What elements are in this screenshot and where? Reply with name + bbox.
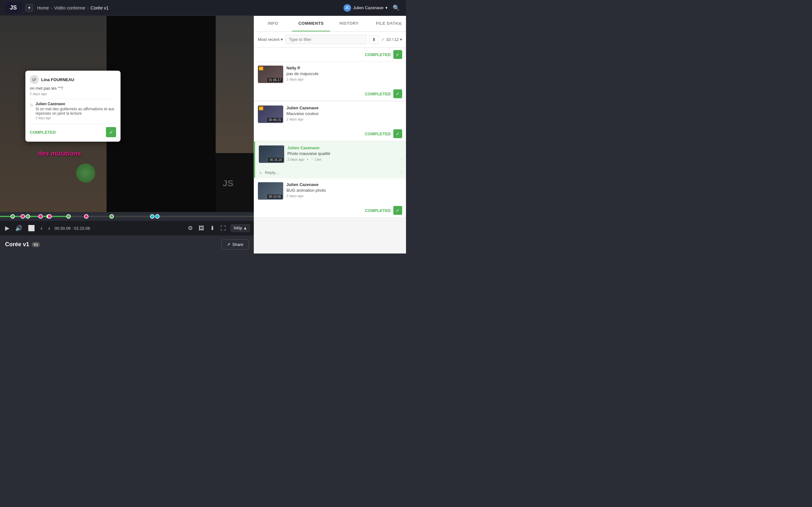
complete-check-bug[interactable]: ✓ <box>393 206 402 215</box>
complete-check-nelly[interactable]: ✓ <box>393 89 402 98</box>
tab-info[interactable]: INFO <box>254 16 292 32</box>
comment-meta-bug: 2 days ago <box>287 194 402 198</box>
share-button[interactable]: ↗ Share <box>221 239 249 250</box>
comment-dot-3[interactable] <box>26 214 30 219</box>
comment-count[interactable]: ✓ 10 / 12 ▾ <box>381 37 402 42</box>
sort-button[interactable]: Most recent ▾ <box>258 37 283 42</box>
completed-label-1: COMPLETED <box>365 52 391 57</box>
breadcrumb-section[interactable]: Vidéo coréenne <box>54 5 85 10</box>
main-content: les vius des mutations JS LF Lina FOURNE… <box>0 16 406 253</box>
prev-comment-button[interactable]: ‹ <box>39 224 44 233</box>
comment-dot-1[interactable] <box>10 214 15 219</box>
comment-dot-9[interactable] <box>109 214 114 219</box>
video-center-black <box>107 16 216 212</box>
comment-thumbnail-nelly[interactable]: 01:06.17 ⚠ <box>258 66 283 83</box>
sidebar-close-button[interactable]: ✕ <box>397 20 402 27</box>
reply-send-button[interactable]: › <box>401 170 402 175</box>
download-button[interactable]: ⬇ <box>209 223 216 233</box>
video-controls: ▶ 🔊 ⬜ ‹ › 00:30.09 / 01:15.06 ⚙ 🖼 ⬇ ⛶ 54… <box>0 212 254 235</box>
export-button[interactable]: ⬆ <box>369 35 379 44</box>
comment-dot-4[interactable] <box>38 214 43 219</box>
user-dropdown-arrow: ▾ <box>386 5 388 10</box>
controls-bar: ▶ 🔊 ⬜ ‹ › 00:30.09 / 01:15.06 ⚙ 🖼 ⬇ ⛶ 54… <box>0 221 254 235</box>
complete-check-1[interactable]: ✓ <box>393 50 402 59</box>
comment-thumbnail-bug[interactable]: 00:10.00 <box>258 182 283 200</box>
thumb-warning-nelly: ⚠ <box>259 66 263 70</box>
quality-selector[interactable]: 540p ▲ <box>231 224 250 232</box>
thumb-time-bug: 00:10.00 <box>267 194 282 199</box>
sidebar-toolbar: Most recent ▾ ⬆ ✓ 10 / 12 ▾ <box>254 32 406 48</box>
filter-input[interactable] <box>286 35 367 44</box>
comment-thumbnail-couleur[interactable]: 00:49.15 ⚠ <box>258 106 283 123</box>
progress-bar[interactable] <box>0 212 254 221</box>
comment-dot-8[interactable] <box>84 214 89 219</box>
sort-label: Most recent <box>258 37 280 42</box>
tab-comments[interactable]: COMMENTS <box>292 16 330 32</box>
reply-author: Julien Cazenave <box>36 102 116 106</box>
tooltip-completed-label[interactable]: COMPLETED <box>30 130 56 135</box>
breadcrumb-current: Corée v1 <box>91 5 109 10</box>
play-button[interactable]: ▶ <box>4 223 11 233</box>
reply-arrow-icon: ↳ <box>30 102 34 107</box>
nav-dropdown-button[interactable]: ▾ <box>26 4 33 12</box>
tooltip-username: Lina FOURNEAU <box>41 77 74 82</box>
comment-body-photo: Julien Cazenave Photo mauvaise qualité 2… <box>287 146 402 163</box>
top-navigation: JS ▾ Home › Vidéo coréenne › Corée v1 JC… <box>0 0 406 16</box>
tooltip-time: 2 days ago <box>30 92 116 96</box>
sidebar: INFO COMMENTS HISTORY FILE DATA ✕ Most r… <box>254 16 406 253</box>
share-label: Share <box>232 242 243 247</box>
comment-dot-7[interactable] <box>66 214 71 219</box>
user-name: Julien Cazenave <box>353 5 384 10</box>
comment-time-couleur: 2 days ago <box>287 117 304 121</box>
comment-time-photo: 2 days ago <box>287 158 305 161</box>
comment-body-nelly: Nelly P pas de majuscule 2 days ago <box>287 66 402 83</box>
settings-button[interactable]: ⚙ <box>187 223 194 233</box>
completed-label-nelly: COMPLETED <box>365 92 391 96</box>
sidebar-tabs: INFO COMMENTS HISTORY FILE DATA ✕ <box>254 16 406 32</box>
heart-icon: ♡ <box>311 157 314 161</box>
next-comment-button[interactable]: › <box>47 224 51 233</box>
tooltip-check-button[interactable]: ✓ <box>106 127 116 137</box>
like-button-photo[interactable]: ♡ Like <box>311 157 321 161</box>
count-value: 10 / 12 <box>386 37 399 42</box>
tab-history[interactable]: HISTORY <box>330 16 368 32</box>
comment-completed-bar-bug: COMPLETED ✓ <box>254 204 406 218</box>
comment-time-nelly: 2 days ago <box>287 77 304 81</box>
user-menu[interactable]: JC Julien Cazenave ▾ <box>344 4 388 12</box>
more-options-photo[interactable]: ··· <box>399 158 402 161</box>
video-container[interactable]: les vius des mutations JS LF Lina FOURNE… <box>0 16 254 212</box>
thumb-time-nelly: 01:06.17 <box>267 78 282 82</box>
export-icon: ⬆ <box>372 37 376 42</box>
comment-text-couleur: Mauvaise couleur <box>287 111 402 116</box>
comment-dot-11[interactable] <box>155 214 159 219</box>
video-virus-graphic <box>76 164 95 182</box>
reply-text: Si on met des guillemets au affirmations… <box>36 107 116 116</box>
video-frame: les vius des mutations JS LF Lina FOURNE… <box>0 16 254 212</box>
comment-author-photo: Julien Cazenave <box>287 146 402 150</box>
breadcrumb-sep1: › <box>51 5 52 10</box>
volume-button[interactable]: 🔊 <box>14 223 23 233</box>
comment-dot-10[interactable] <box>150 214 154 219</box>
search-button[interactable]: 🔍 <box>392 3 401 13</box>
like-label: Like <box>315 158 321 161</box>
breadcrumb-home[interactable]: Home <box>37 5 49 10</box>
comment-dot-6[interactable] <box>47 214 52 219</box>
video-comment-tooltip: LF Lina FOURNEAU on met pas les ""? 2 da… <box>26 71 120 142</box>
comment-thumbnail-photo[interactable]: 00:16.20 <box>259 146 284 163</box>
quality-label: 540p <box>234 226 242 230</box>
comment-dot-2[interactable] <box>20 214 25 219</box>
comment-text-photo: Photo mauvaise qualité <box>287 151 402 156</box>
comment-time-bug: 2 days ago <box>287 194 304 198</box>
reply-input-photo[interactable] <box>265 170 398 175</box>
comment-body-couleur: Julien Cazenave Mauvaise couleur 2 days … <box>287 106 402 123</box>
comment-item-photo: 00:16.20 Julien Cazenave Photo mauvaise … <box>254 142 406 178</box>
progress-track <box>0 216 254 217</box>
reply-time: 2 days ago <box>36 116 116 120</box>
fullscreen-button[interactable]: ⛶ <box>219 224 227 233</box>
share-icon: ↗ <box>227 242 230 247</box>
comment-item-bug: 00:10.00 Julien Cazenave BUG animation p… <box>254 178 406 218</box>
count-arrow: ▾ <box>400 37 402 42</box>
complete-check-couleur[interactable]: ✓ <box>393 129 402 138</box>
screenshot-button[interactable]: 🖼 <box>197 224 206 233</box>
subtitle-button[interactable]: ⬜ <box>27 223 36 233</box>
